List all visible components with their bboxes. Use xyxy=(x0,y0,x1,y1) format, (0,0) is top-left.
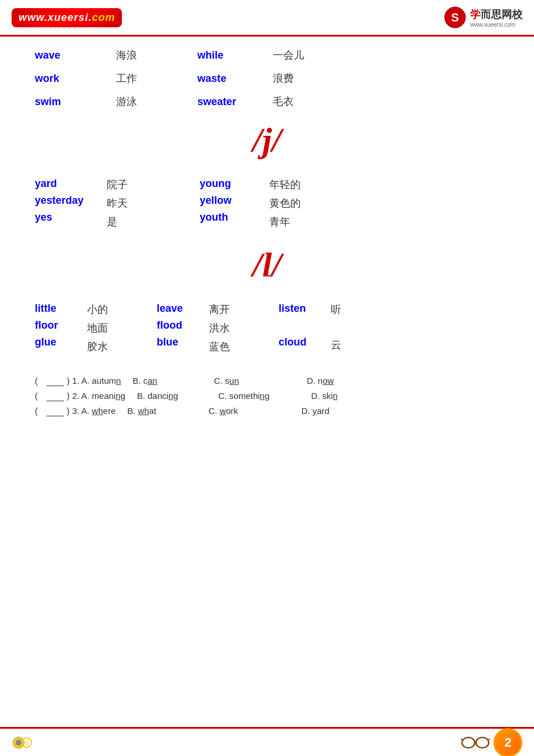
phonetic-l-section: /l/ xyxy=(35,245,499,285)
svg-point-7 xyxy=(476,737,489,748)
vocab-en-yesterday: yesterday xyxy=(35,195,84,207)
vocab-row: wave 海浪 while 一会儿 xyxy=(35,48,499,62)
exercise-row-2: ( ) 2. A. meaning B. dancing C. somethin… xyxy=(35,391,499,401)
exercise-paren: ( xyxy=(35,391,46,401)
vocab-en-leave: leave xyxy=(157,303,197,315)
vocab-cn-yard: 院子 xyxy=(107,178,153,192)
page-number-badge: 2 xyxy=(493,728,522,757)
exercise-num-2: ) 2. A. meaning xyxy=(67,391,125,401)
vocab-cn-swim: 游泳 xyxy=(116,95,163,109)
vocab-en-waste: waste xyxy=(197,73,273,85)
exercise-opt-d-3: D. yard xyxy=(301,406,359,416)
exercise-opt-c-2: C. something xyxy=(218,391,300,401)
vocab-en-young: young xyxy=(200,178,258,190)
exercise-blank-1[interactable] xyxy=(46,376,64,386)
exercise-opt-d-1: D. now xyxy=(306,376,365,386)
vocab-l-col3-cn: 听 . 云 xyxy=(331,303,341,358)
page-header: www.xueersi.com S 学而思网校 www.xueersi.com xyxy=(0,0,534,37)
exercise-num-3: ) 3. A. where xyxy=(67,406,116,416)
glasses-icon xyxy=(461,734,490,751)
exercise-opt-b-1: B. can xyxy=(132,376,202,386)
exercise-opt-d-2: D. skin xyxy=(311,391,369,401)
vocab-cn-waste: 浪费 xyxy=(273,71,294,85)
vocab-en-work: work xyxy=(35,73,116,85)
exercise-opt-c-1: C. sun xyxy=(214,376,295,386)
vocab-en-floor: floor xyxy=(35,319,75,332)
vocab-en-sweater: sweater xyxy=(197,96,273,108)
logo-url: www.xueersi.com xyxy=(470,21,515,28)
vocab-en-yard: yard xyxy=(35,178,84,190)
vocab-cn-youth: 青年 xyxy=(269,215,301,229)
main-content: wave 海浪 while 一会儿 work 工作 waste 浪费 swim … xyxy=(0,37,534,433)
exercise-opt-c-3: C. work xyxy=(208,406,290,416)
exercise-opt-b-2: B. dancing xyxy=(137,391,207,401)
svg-point-6 xyxy=(462,737,475,748)
vocab-cn-flood: 洪水 xyxy=(209,321,244,335)
vocab-cn-leave: 离开 xyxy=(209,303,244,316)
exercise-paren: ( xyxy=(35,376,46,386)
vocab-cn-blue: 蓝色 xyxy=(209,340,244,354)
svg-text:S: S xyxy=(451,11,459,24)
vocab-l-section: little floor glue 小的 地面 胶水 leave flood b… xyxy=(35,303,499,358)
exercise-blank-2[interactable] xyxy=(46,391,64,401)
vocab-en-cloud: cloud xyxy=(279,336,319,348)
svg-line-9 xyxy=(461,739,462,740)
vocab-en-wave: wave xyxy=(35,49,116,62)
vocab-en-flood: flood xyxy=(157,319,197,332)
vocab-en-listen: listen xyxy=(279,303,319,315)
vocab-cn-floor: 地面 xyxy=(87,321,122,335)
vocab-l-col2-cn: 离开 洪水 蓝色 xyxy=(209,303,244,358)
vocab-y-right-en: young yellow youth xyxy=(200,178,258,233)
exercise-opt-b-3: B. what xyxy=(127,406,197,416)
svg-point-3 xyxy=(16,740,21,746)
vocab-l-col1-cn: 小的 地面 胶水 xyxy=(87,303,122,358)
vocab-cn-little: 小的 xyxy=(87,303,122,316)
logo-left-text: www.xueersi.com xyxy=(19,12,115,23)
exercise-section: ( ) 1. A. autumn B. can C. sun D. now ( … xyxy=(35,376,499,416)
logo-right-text: 学而思网校 www.xueersi.com xyxy=(470,8,522,28)
vocab-y-right-cn: 年轻的 黄色的 青年 xyxy=(269,178,301,233)
vocab-cn-yesterday: 昨天 xyxy=(107,196,153,210)
vocab-en-little: little xyxy=(35,303,75,315)
logo-name: 学而思网校 xyxy=(470,8,522,21)
vocab-cn-wave: 海浪 xyxy=(116,48,163,62)
vocab-cn-yes: 是 xyxy=(107,215,153,229)
footer-right: 2 xyxy=(461,728,522,757)
page-number: 2 xyxy=(504,735,511,750)
vocab-cn-listen: 听 xyxy=(331,303,341,316)
vocab-y-section: yard yesterday yes 院子 昨天 是 young yellow … xyxy=(35,178,499,233)
exercise-paren: ( xyxy=(35,406,46,416)
svg-line-10 xyxy=(489,739,490,740)
footer-left: © xyxy=(12,732,35,753)
copyright-icon: © xyxy=(12,732,35,753)
vocab-l-col3-en: listen . cloud xyxy=(279,303,319,358)
vocab-en-yellow: yellow xyxy=(200,195,258,207)
exercise-row-3: ( ) 3. A. where B. what C. work D. yard xyxy=(35,406,499,416)
vocab-en-glue: glue xyxy=(35,336,75,348)
vocab-y-left-cn: 院子 昨天 是 xyxy=(107,178,153,233)
vocab-en-while: while xyxy=(197,49,273,62)
logo-right-icon: S xyxy=(443,6,467,29)
svg-text:©: © xyxy=(25,740,29,746)
vocab-cn-glue: 胶水 xyxy=(87,340,122,354)
vocab-row: work 工作 waste 浪费 xyxy=(35,71,499,85)
vocab-w-section: wave 海浪 while 一会儿 work 工作 waste 浪费 swim … xyxy=(35,48,499,109)
vocab-cn-young: 年轻的 xyxy=(269,178,301,192)
vocab-cn-yellow: 黄色的 xyxy=(269,196,301,210)
exercise-num-1: ) 1. A. autumn xyxy=(67,376,121,386)
vocab-l-col2-en: leave flood blue xyxy=(157,303,197,358)
vocab-cn-cloud: 云 xyxy=(331,338,341,352)
phonetic-j-symbol: /j/ xyxy=(252,121,282,159)
logo-left: www.xueersi.com xyxy=(12,8,122,27)
vocab-cn-work: 工作 xyxy=(116,71,163,85)
phonetic-l-symbol: /l/ xyxy=(252,246,282,284)
exercise-blank-3[interactable] xyxy=(46,406,64,416)
vocab-row: swim 游泳 sweater 毛衣 xyxy=(35,95,499,109)
page-footer: © 2 xyxy=(0,727,534,756)
vocab-y-left-en: yard yesterday yes xyxy=(35,178,84,233)
vocab-cn-sweater: 毛衣 xyxy=(273,95,294,109)
logo-right: S 学而思网校 www.xueersi.com xyxy=(443,6,522,29)
exercise-row-1: ( ) 1. A. autumn B. can C. sun D. now xyxy=(35,376,499,386)
vocab-cn-while: 一会儿 xyxy=(273,48,304,62)
logo-left-bg: www.xueersi.com xyxy=(12,8,122,27)
